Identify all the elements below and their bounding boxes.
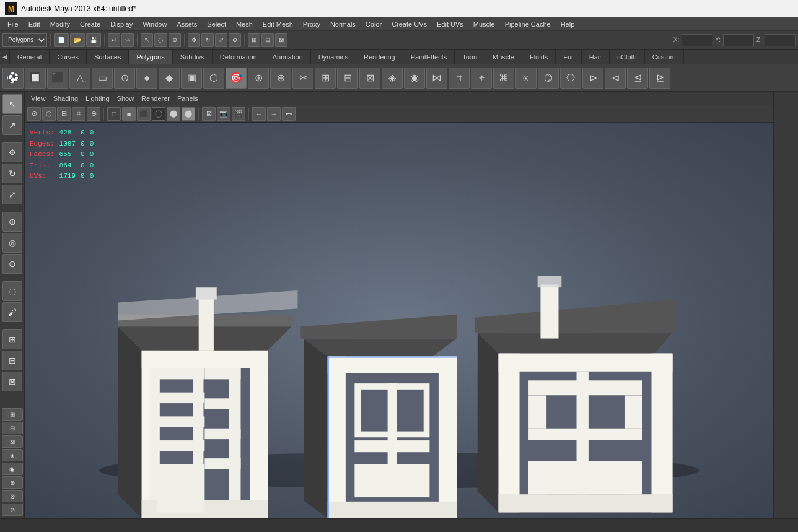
universal-btn[interactable]: ⊕ [229, 33, 241, 47]
shelf-icon17[interactable]: ⌖ [471, 68, 492, 89]
redo-btn[interactable]: ↪ [121, 33, 134, 47]
shelf-tab-painteffects[interactable]: PaintEffects [403, 50, 455, 64]
undo-btn[interactable]: ↩ [108, 33, 120, 47]
shelf-icon4[interactable]: ▣ [181, 68, 202, 89]
shelf-icon11[interactable]: ⊟ [337, 68, 358, 89]
viewport-canvas[interactable]: Verts: 428 0 0 Edges: 1087 0 0 Faces: 65… [25, 123, 773, 518]
save-btn[interactable]: 💾 [86, 33, 101, 47]
menu-item-help[interactable]: Help [556, 19, 580, 29]
vp-arrow2[interactable]: → [267, 107, 281, 121]
shelf-tab-general[interactable]: General [10, 50, 50, 64]
renderer-menu[interactable]: Renderer [139, 94, 172, 103]
manip-tool[interactable]: ⊙ [2, 254, 22, 274]
shelf-cone[interactable]: △ [69, 68, 90, 89]
snap2-btn[interactable]: ⊟ [261, 33, 274, 47]
shelf-icon12[interactable]: ⊠ [359, 68, 380, 89]
z-input[interactable] [765, 34, 796, 46]
shelf-icon15[interactable]: ⋈ [426, 68, 447, 89]
shelf-icon18[interactable]: ⌘ [493, 68, 514, 89]
open-btn[interactable]: 📂 [70, 33, 85, 47]
zoom-tool[interactable]: ⊠ [2, 372, 22, 391]
shelf-icon24[interactable]: ⊴ [627, 68, 648, 89]
shelf-icon25[interactable]: ⊵ [649, 68, 670, 89]
shelf-sphere2[interactable]: ● [136, 68, 157, 89]
scale-tool[interactable]: ⤢ [2, 185, 22, 204]
shelf-cylinder[interactable]: ⬛ [47, 68, 68, 89]
shelf-tab-custom[interactable]: Custom [645, 50, 684, 64]
shelf-tab-muscle[interactable]: Muscle [485, 50, 522, 64]
move-tool[interactable]: ✥ [2, 142, 22, 162]
menu-item-edit-uvs[interactable]: Edit UVs [432, 19, 468, 29]
layer5-btn[interactable]: ◉ [2, 463, 23, 475]
shelf-tab-polygons[interactable]: Polygons [129, 50, 172, 64]
shelf-tab-subdivs[interactable]: Subdivs [173, 50, 213, 64]
vp-arrow1[interactable]: ← [252, 107, 266, 121]
shelf-tab-rendering[interactable]: Rendering [356, 50, 403, 64]
shelf-torus[interactable]: ⊙ [114, 68, 135, 89]
universal-tool[interactable]: ⊕ [2, 212, 22, 232]
layer1-btn[interactable]: ⊞ [2, 408, 23, 421]
menu-item-color[interactable]: Color [361, 19, 387, 29]
vp-solid[interactable]: ■ [122, 107, 136, 121]
layer3-btn[interactable]: ⊠ [2, 435, 23, 448]
shelf-icon3[interactable]: ◆ [159, 68, 180, 89]
vp-icon-render[interactable]: 🎬 [232, 107, 245, 121]
lasso-btn[interactable]: ◌ [154, 33, 167, 47]
shelf-icon7[interactable]: ⊛ [248, 68, 269, 89]
shelf-icon5[interactable]: ⬡ [203, 68, 224, 89]
menu-item-normals[interactable]: Normals [325, 19, 361, 29]
menu-item-file[interactable]: File [2, 19, 24, 29]
shelf-icon13[interactable]: ◈ [382, 68, 403, 89]
softmod-tool[interactable]: ◎ [2, 233, 22, 253]
layer7-btn[interactable]: ⊗ [2, 490, 23, 502]
paint-tool[interactable]: 🖌 [2, 302, 22, 322]
vp-icon4[interactable]: ⌗ [72, 107, 86, 121]
dolly-tool[interactable]: ⊟ [2, 351, 22, 370]
shelf-icon16[interactable]: ⌗ [449, 68, 470, 89]
vp-light2[interactable]: ⬤ [167, 107, 180, 121]
lighting-menu[interactable]: Lighting [83, 94, 112, 103]
vp-icon1[interactable]: ⊙ [27, 107, 41, 121]
layer2-btn[interactable]: ⊟ [2, 422, 23, 434]
menu-item-muscle[interactable]: Muscle [468, 19, 500, 29]
shelf-icon10[interactable]: ⊞ [315, 68, 336, 89]
menu-item-pipeline-cache[interactable]: Pipeline Cache [500, 19, 556, 29]
select-btn[interactable]: ↖ [141, 33, 153, 47]
menu-item-assets[interactable]: Assets [172, 19, 202, 29]
panels-menu[interactable]: Panels [175, 94, 201, 103]
menu-item-edit[interactable]: Edit [24, 19, 45, 29]
shelf-icon9[interactable]: ✂ [292, 68, 314, 89]
vp-icon2[interactable]: ◎ [42, 107, 56, 121]
shelf-icon8[interactable]: ⊕ [270, 68, 291, 89]
vp-tex[interactable]: ⬛ [137, 107, 151, 121]
shelf-tab-hair[interactable]: Hair [582, 50, 610, 64]
vp-icon-cam[interactable]: 📷 [217, 107, 230, 121]
menu-item-display[interactable]: Display [105, 19, 138, 29]
shelf-icon6[interactable]: 🎯 [226, 68, 247, 89]
vp-connect[interactable]: ⊷ [282, 107, 296, 121]
snap3-btn[interactable]: ⊠ [275, 33, 287, 47]
shelf-tab-fur[interactable]: Fur [556, 50, 582, 64]
vp-light3[interactable]: ⬤ [182, 107, 195, 121]
shelf-icon21[interactable]: ⎔ [560, 68, 581, 89]
shelf-tab-curves[interactable]: Curves [50, 50, 87, 64]
menu-item-proxy[interactable]: Proxy [298, 19, 325, 29]
menu-item-edit-mesh[interactable]: Edit Mesh [258, 19, 298, 29]
new-btn[interactable]: 📄 [54, 33, 69, 47]
menu-item-modify[interactable]: Modify [45, 19, 75, 29]
x-input[interactable] [682, 34, 712, 46]
vp-icon3[interactable]: ⊞ [57, 107, 71, 121]
rotate-tool[interactable]: ↻ [2, 164, 22, 183]
shelf-tab-surfaces[interactable]: Surfaces [87, 50, 129, 64]
shelf-tab-dynamics[interactable]: Dynamics [311, 50, 356, 64]
y-input[interactable] [723, 34, 754, 46]
menu-item-window[interactable]: Window [138, 19, 172, 29]
shelf-icon14[interactable]: ◉ [404, 68, 425, 89]
view-menu[interactable]: View [28, 94, 48, 103]
show-menu[interactable]: Show [115, 94, 137, 103]
shelf-icon19[interactable]: ⍟ [515, 68, 537, 89]
vp-isolate[interactable]: ⊠ [202, 107, 216, 121]
menu-item-create-uvs[interactable]: Create UVs [387, 19, 432, 29]
rotate-btn[interactable]: ↻ [201, 33, 214, 47]
vp-icon5[interactable]: ⊕ [87, 107, 100, 121]
